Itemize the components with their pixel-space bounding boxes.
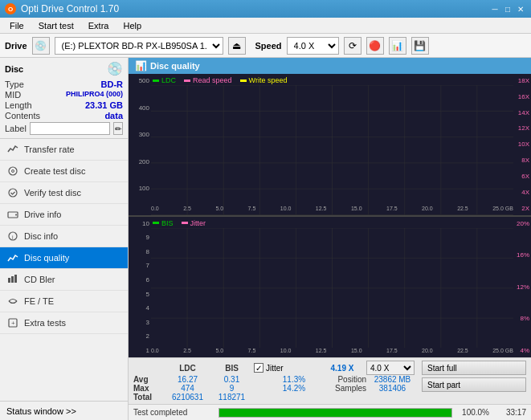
sidebar: Disc 💿 Type BD-R MID PHILIPRO4 (000) Len… [0,58,129,420]
legend-write-dot [240,80,247,82]
jitter-checkbox[interactable]: ✓ [254,363,263,373]
progress-time: 33:17 [494,408,526,417]
sidebar-item-disc-quality[interactable]: Disc quality [0,247,128,269]
eject-button[interactable]: ⏏ [228,37,246,55]
svg-text:+: + [11,320,15,327]
samples-value: 381406 [366,384,419,393]
avg-label: Avg [133,375,165,384]
label-edit-button[interactable]: ✏ [113,122,123,135]
chart-bottom-svg [151,228,513,349]
progress-bar-container [219,408,452,418]
save-button[interactable]: 💾 [411,37,429,55]
start-part-button[interactable]: Start part [422,377,526,392]
type-label: Type [5,80,24,89]
legend-read-dot [184,80,190,82]
position-label: Position [318,375,366,384]
legend-write-speed: Write speed [240,76,288,84]
minimize-button[interactable]: ─ [489,3,500,14]
avg-bis: 0.31 [210,375,254,384]
toolbar: Drive 💿 (E:) PLEXTOR BD-R PX-LB950SA 1.0… [0,34,531,58]
sidebar-item-drive-info[interactable]: Drive info [0,204,128,226]
jitter-checkbox-area[interactable]: ✓ Jitter [254,363,318,373]
contents-label: Contents [5,111,40,120]
legend-jitter-dot [182,222,188,224]
sidebar-item-transfer-rate[interactable]: Transfer rate [0,139,128,161]
drive-select[interactable]: (E:) PLEXTOR BD-R PX-LB950SA 1.04 [55,37,223,55]
total-ldc: 6210631 [165,393,210,402]
contents-value: data [104,111,123,120]
avg-jitter: 11.3% [254,375,318,384]
svg-rect-9 [14,275,17,283]
max-ldc: 474 [165,384,210,393]
drive-icon-button[interactable]: 💿 [32,37,50,55]
samples-label: Samples [318,384,366,393]
legend-ldc-dot [153,80,159,82]
max-bis: 9 [210,384,254,393]
chart-top: LDC Read speed Write speed 500 400 30 [129,74,531,216]
titlebar-title-area: O Opti Drive Control 1.70 [5,3,119,14]
chart-top-y-right: 18X 16X 14X 12X 10X 8X 6X 4X 2X [513,74,531,215]
fe-te-icon [6,295,19,308]
legend-read-speed: Read speed [184,76,232,84]
chart-top-svg [151,85,513,215]
mid-label: MID [5,90,21,100]
mid-value: PHILIPRO4 (000) [66,90,123,100]
menu-extra[interactable]: Extra [82,19,116,32]
legend-ldc: LDC [153,76,176,84]
sidebar-item-fe-te[interactable]: FE / TE [0,291,128,312]
burn-button[interactable]: 🔴 [366,37,384,55]
max-label: Max [133,384,165,393]
verify-disc-icon [6,186,19,199]
length-value: 23.31 GB [85,100,123,110]
menu-start-test[interactable]: Start test [32,19,80,32]
svg-point-1 [12,170,14,173]
legend-bis-dot [153,222,159,224]
legend-write-label: Write speed [249,76,288,84]
extra-tests-icon: + [6,316,19,329]
menu-file[interactable]: File [3,19,31,32]
app-logo: O [5,3,16,14]
avg-ldc: 16.27 [165,375,210,384]
maximize-button[interactable]: □ [502,3,513,14]
sidebar-item-extra-tests[interactable]: + Extra tests [0,312,128,334]
total-label: Total [133,393,165,402]
legend-read-label: Read speed [193,76,232,84]
position-value: 23862 MB [366,375,419,384]
app-title: Opti Drive Control 1.70 [21,3,119,14]
create-disc-icon [6,165,19,177]
sidebar-item-create-test-disc[interactable]: Create test disc [0,161,128,182]
legend-bis-label: BIS [161,219,174,227]
progress-bar-fill [219,409,451,417]
legend-jitter-label: Jitter [190,219,206,227]
status-window[interactable]: Status window >> [0,401,128,420]
refresh-button[interactable]: ⟳ [344,37,361,55]
chart-top-y-left: 500 400 300 200 100 [129,74,151,215]
disc-icon: 💿 [107,61,123,76]
legend-jitter: Jitter [182,219,206,227]
status-text: Test completed [133,408,214,417]
chart-bottom: BIS Jitter 10 9 8 7 6 5 4 3 [129,216,531,358]
chart-header-icon: 📊 [135,60,147,71]
ldc-header: LDC [165,361,210,375]
type-value: BD-R [101,80,124,89]
close-button[interactable]: ✕ [515,3,526,14]
disc-quality-icon [6,251,19,264]
start-full-button[interactable]: Start full [422,361,526,375]
scan-button[interactable]: 📊 [389,37,406,55]
chart-container: LDC Read speed Write speed 500 400 30 [129,74,531,357]
speed-select[interactable]: 4.0 X [287,37,339,55]
sidebar-item-cd-bler[interactable]: CD Bler [0,269,128,291]
menubar: File Start test Extra Help [0,18,531,34]
label-label: Label [5,124,27,133]
chart-title: Disc quality [150,61,200,71]
length-label: Length [5,100,32,110]
menu-help[interactable]: Help [116,19,148,32]
main-content: Disc 💿 Type BD-R MID PHILIPRO4 (000) Len… [0,58,531,420]
disc-title: Disc [5,64,23,74]
speed-mode-select[interactable]: 4.0 X [366,361,415,375]
total-bis: 118271 [210,393,254,402]
label-input[interactable] [30,122,110,135]
legend-ldc-label: LDC [161,76,176,84]
sidebar-item-verify-test-disc[interactable]: Verify test disc [0,182,128,204]
sidebar-item-disc-info[interactable]: i Disc info [0,226,128,247]
